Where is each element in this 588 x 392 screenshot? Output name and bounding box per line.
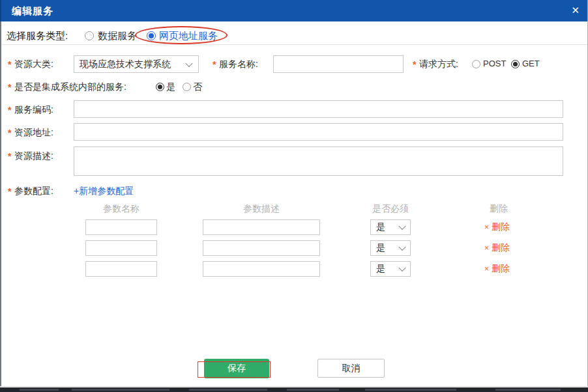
delete-param-link[interactable]: ×删除 xyxy=(484,242,510,254)
add-param-link[interactable]: +新增参数配置 xyxy=(74,186,134,197)
web-service-radio[interactable] xyxy=(147,31,156,40)
required-mark: * xyxy=(213,59,216,70)
param-required-value: 是 xyxy=(376,263,385,275)
param-desc-input[interactable] xyxy=(203,240,320,256)
service-type-label: 选择服务类型: xyxy=(7,30,68,42)
divider xyxy=(0,44,588,45)
param-name-header: 参数名称 xyxy=(85,203,157,215)
param-required-select[interactable]: 是 xyxy=(370,261,411,277)
delete-x-icon: × xyxy=(484,223,489,232)
save-button[interactable]: 保存 xyxy=(204,359,269,378)
service-name-input[interactable] xyxy=(273,55,404,73)
delete-param-label: 删除 xyxy=(492,242,510,253)
internal-no-radio[interactable] xyxy=(183,83,191,91)
post-radio[interactable] xyxy=(472,60,480,68)
dialog-titlebar: 编辑服务 ✕ xyxy=(0,0,588,21)
required-mark: * xyxy=(8,186,11,197)
get-radio[interactable] xyxy=(511,60,520,68)
internal-yes-radio[interactable] xyxy=(156,83,164,91)
param-name-input[interactable] xyxy=(85,240,157,256)
param-required-select[interactable]: 是 xyxy=(370,219,411,235)
required-mark: * xyxy=(8,151,11,161)
chevron-down-icon xyxy=(398,244,405,251)
background-text-blur xyxy=(20,389,59,391)
param-required-value: 是 xyxy=(376,221,385,233)
delete-param-label: 删除 xyxy=(492,221,510,232)
service-code-label: 服务编码: xyxy=(14,104,53,116)
delete-param-label: 删除 xyxy=(492,263,510,273)
param-required-select[interactable]: 是 xyxy=(370,240,411,256)
chevron-down-icon xyxy=(398,264,405,272)
data-service-radio-label[interactable]: 数据服务 xyxy=(98,30,137,42)
delete-param-link[interactable]: ×删除 xyxy=(484,221,510,233)
resource-address-label: 资源地址: xyxy=(14,127,53,139)
dialog-bottom-edge xyxy=(0,386,588,387)
resource-desc-label: 资源描述: xyxy=(14,150,53,162)
delete-param-link[interactable]: ×删除 xyxy=(484,263,510,275)
param-delete-header: 删除 xyxy=(479,203,518,215)
background-text-blur xyxy=(495,389,561,391)
background-text-blur xyxy=(72,389,169,391)
param-desc-header: 参数描述 xyxy=(203,203,320,215)
required-mark: * xyxy=(8,105,11,115)
internal-service-label: 是否是集成系统内部的服务: xyxy=(14,81,126,93)
dialog-border xyxy=(0,0,1,21)
internal-no-label[interactable]: 否 xyxy=(193,81,202,93)
required-mark: * xyxy=(8,128,11,138)
resource-category-label: 资源大类: xyxy=(14,59,53,70)
param-required-header: 是否必须 xyxy=(370,203,411,215)
background-text-blur xyxy=(189,389,267,391)
background-text-blur xyxy=(287,389,339,391)
web-service-radio-label[interactable]: 网页地址服务 xyxy=(159,30,218,42)
background-page-strip xyxy=(0,387,588,392)
param-desc-input[interactable] xyxy=(203,261,320,277)
param-name-input[interactable] xyxy=(85,261,157,277)
edit-service-dialog: 编辑服务 ✕ 选择服务类型: 数据服务 网页地址服务 * 资源大类: 现场应急技… xyxy=(0,0,588,392)
get-radio-label[interactable]: GET xyxy=(522,59,540,68)
close-icon[interactable]: ✕ xyxy=(571,5,580,16)
dialog-border xyxy=(0,21,1,386)
param-desc-input[interactable] xyxy=(203,219,320,235)
delete-x-icon: × xyxy=(484,244,489,253)
post-radio-label[interactable]: POST xyxy=(483,59,506,68)
required-mark: * xyxy=(8,82,11,92)
resource-category-select[interactable]: 现场应急技术支撑系统 xyxy=(74,55,199,73)
required-mark: * xyxy=(8,59,11,70)
service-code-input[interactable] xyxy=(74,100,563,118)
dialog-title: 编辑服务 xyxy=(12,5,53,18)
param-config-label: 参数配置: xyxy=(14,186,53,197)
delete-x-icon: × xyxy=(484,264,489,273)
required-mark: * xyxy=(413,59,416,70)
background-text-blur xyxy=(365,389,456,391)
chevron-down-icon xyxy=(398,223,405,230)
cancel-button[interactable]: 取消 xyxy=(317,359,385,378)
service-name-label: 服务名称: xyxy=(219,59,258,70)
data-service-radio[interactable] xyxy=(85,31,94,40)
internal-yes-label[interactable]: 是 xyxy=(166,81,175,93)
resource-category-value: 现场应急技术支撑系统 xyxy=(80,59,171,70)
request-method-label: 请求方式: xyxy=(419,59,458,70)
resource-address-input[interactable] xyxy=(74,123,563,141)
param-name-input[interactable] xyxy=(85,219,157,235)
param-required-value: 是 xyxy=(376,242,385,254)
resource-desc-textarea[interactable] xyxy=(74,147,563,176)
chevron-down-icon xyxy=(185,59,192,66)
